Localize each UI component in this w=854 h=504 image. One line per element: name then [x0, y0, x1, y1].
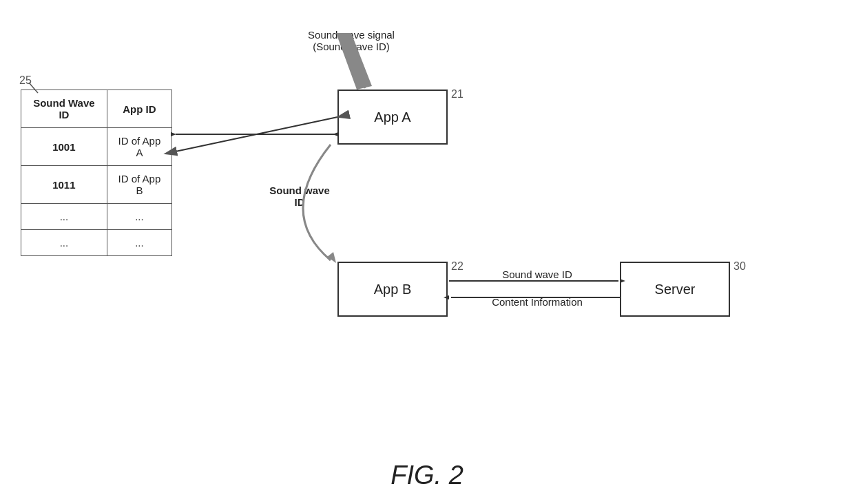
diagram-container: 25 Sound Wave ID App ID 1001 ID of App A… [0, 0, 854, 504]
ref-label-21: 21 [451, 88, 464, 101]
table-row: ... ... [21, 204, 172, 230]
content-information-label: Content Information [458, 296, 616, 308]
app-b-label: App B [374, 282, 411, 297]
row2-col1: 1011 [21, 166, 107, 204]
table-row: ... ... [21, 230, 172, 256]
row3-col2: ... [107, 204, 171, 230]
row1-col2: ID of App A [107, 128, 171, 166]
sound-wave-table: Sound Wave ID App ID 1001 ID of App A 10… [21, 90, 172, 256]
col1-header: Sound Wave ID [21, 90, 107, 128]
row3-col1: ... [21, 204, 107, 230]
sound-wave-signal-label: Sound wave signal (Sound wave ID) [296, 29, 406, 52]
app-b-box: App B [337, 262, 448, 317]
fig-label: FIG. 2 [390, 461, 464, 490]
row2-col2: ID of App B [107, 166, 171, 204]
app-a-label: App A [374, 109, 410, 125]
col2-header: App ID [107, 90, 171, 128]
row4-col1: ... [21, 230, 107, 256]
ref-label-25: 25 [19, 74, 32, 87]
svg-line-4 [176, 117, 337, 151]
sound-wave-id-curve-label: Sound wave ID [265, 185, 334, 208]
curve-arrowhead [327, 252, 336, 263]
server-box: Server [620, 262, 730, 317]
sound-wave-id-right-label: Sound wave ID [458, 269, 616, 280]
table-row: 1001 ID of App A [21, 128, 172, 166]
table-row: 1011 ID of App B [21, 166, 172, 204]
server-label: Server [655, 282, 696, 297]
ref-label-30: 30 [733, 260, 746, 273]
row1-col1: 1001 [21, 128, 107, 166]
row4-col2: ... [107, 230, 171, 256]
app-a-box: App A [337, 90, 448, 145]
table-wrapper: Sound Wave ID App ID 1001 ID of App A 10… [21, 90, 172, 256]
